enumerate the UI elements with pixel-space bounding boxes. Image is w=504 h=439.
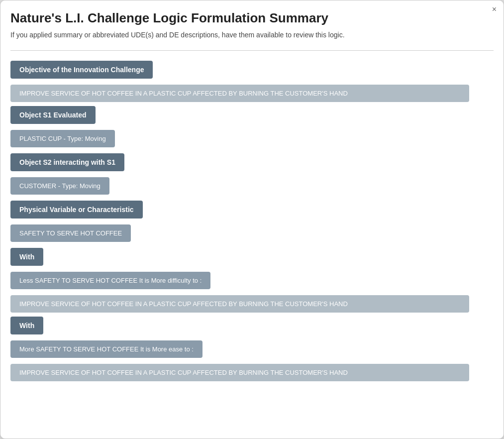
physical-variable-value: SAFETY TO SERVE HOT COFFEE (10, 224, 131, 242)
with2-label: With (10, 317, 43, 334)
object-s2-label: Object S2 interacting with S1 (10, 153, 124, 171)
objective-label: Objective of the Innovation Challenge (10, 61, 153, 79)
objective-value-row: IMPROVE SERVICE OF HOT COFFEE IN A PLAST… (10, 85, 494, 102)
improve1-value: IMPROVE SERVICE OF HOT COFFEE IN A PLAST… (10, 295, 469, 313)
object-s1-label: Object S1 Evaluated (10, 106, 96, 124)
improve1-row: IMPROVE SERVICE OF HOT COFFEE IN A PLAST… (10, 295, 494, 313)
with2-section: With (10, 317, 494, 338)
more-safety-row: More SAFETY TO SERVE HOT COFFEE It is Mo… (10, 340, 494, 362)
more-safety-value: More SAFETY TO SERVE HOT COFFEE It is Mo… (10, 340, 202, 358)
modal-title: Nature's L.I. Challenge Logic Formulatio… (10, 10, 494, 26)
close-button[interactable]: × (492, 5, 497, 13)
less-safety-row: Less SAFETY TO SERVE HOT COFFEE It is Mo… (10, 272, 494, 293)
object-s1-value-row: PLASTIC CUP - Type: Moving (10, 130, 494, 151)
object-s1-section: Object S1 Evaluated (10, 106, 494, 128)
with1-section: With (10, 248, 494, 270)
improve2-row: IMPROVE SERVICE OF HOT COFFEE IN A PLAST… (10, 364, 494, 381)
with1-label: With (10, 248, 43, 266)
modal-subtitle: If you applied summary or abbreviated UD… (10, 30, 494, 40)
object-s2-value-row: CUSTOMER - Type: Moving (10, 177, 494, 199)
object-s1-value: PLASTIC CUP - Type: Moving (10, 130, 115, 147)
physical-variable-label: Physical Variable or Characteristic (10, 201, 143, 219)
object-s2-value: CUSTOMER - Type: Moving (10, 177, 109, 195)
physical-variable-section: Physical Variable or Characteristic (10, 201, 494, 222)
objective-section: Objective of the Innovation Challenge (10, 61, 494, 83)
less-safety-value: Less SAFETY TO SERVE HOT COFFEE It is Mo… (10, 272, 210, 289)
object-s2-section: Object S2 interacting with S1 (10, 153, 494, 175)
objective-value: IMPROVE SERVICE OF HOT COFFEE IN A PLAST… (10, 85, 469, 102)
physical-variable-value-row: SAFETY TO SERVE HOT COFFEE (10, 224, 494, 246)
modal-container: × Nature's L.I. Challenge Logic Formulat… (0, 0, 504, 439)
improve2-value: IMPROVE SERVICE OF HOT COFFEE IN A PLAST… (10, 364, 469, 381)
divider (10, 50, 494, 51)
